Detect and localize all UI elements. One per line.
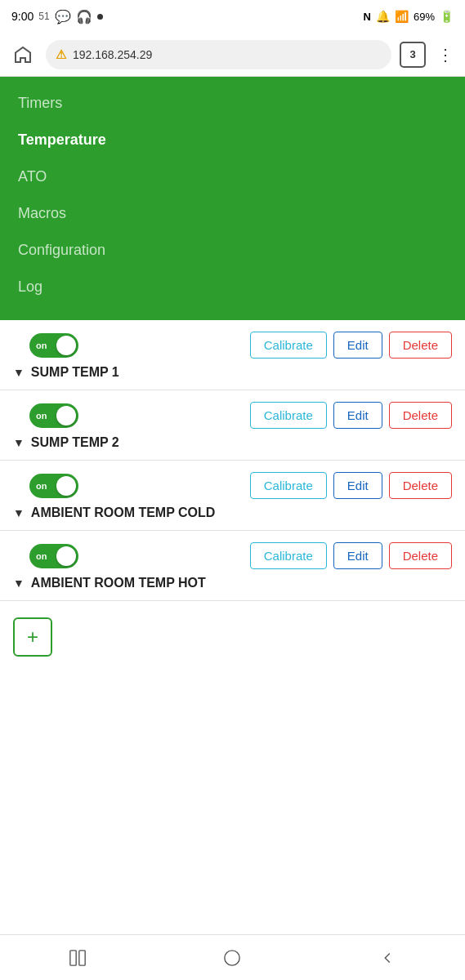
dot-indicator bbox=[97, 14, 103, 20]
warning-icon: ⚠ bbox=[56, 47, 66, 62]
tab-count-button[interactable]: 3 bbox=[400, 42, 426, 68]
nav-recent-apps[interactable] bbox=[53, 942, 102, 974]
toggle-sump-temp-2[interactable]: on bbox=[29, 403, 78, 428]
headset-icon: 🎧 bbox=[76, 9, 92, 24]
temp-row-4: on Calibrate Edit Delete ▼ AMBIENT ROOM … bbox=[0, 531, 465, 601]
delete-button-3[interactable]: Delete bbox=[389, 472, 452, 499]
temp-label-row-2: ▼ SUMP TEMP 2 bbox=[13, 435, 452, 450]
temp-row-2-controls: on Calibrate Edit Delete bbox=[13, 402, 452, 429]
browser-bar: ⚠ 192.168.254.29 3 ⋮ bbox=[0, 33, 465, 77]
toggle-on-label-1: on bbox=[36, 341, 47, 350]
delete-button-1[interactable]: Delete bbox=[389, 332, 452, 359]
spacer bbox=[0, 804, 465, 934]
temp-name-3: AMBIENT ROOM TEMP COLD bbox=[31, 506, 215, 520]
calibrate-button-3[interactable]: Calibrate bbox=[250, 472, 327, 499]
delete-button-2[interactable]: Delete bbox=[389, 402, 452, 429]
toggle-on-label-3: on bbox=[36, 481, 47, 491]
chevron-icon-4[interactable]: ▼ bbox=[13, 577, 25, 590]
svg-rect-1 bbox=[79, 950, 85, 964]
btn-group-3: Calibrate Edit Delete bbox=[250, 472, 452, 499]
toggle-on-label-4: on bbox=[36, 551, 47, 561]
nav-home[interactable] bbox=[208, 942, 257, 974]
toggle-sump-temp-1[interactable]: on bbox=[29, 333, 78, 358]
btn-group-2: Calibrate Edit Delete bbox=[250, 402, 452, 429]
battery-indicator: 69% bbox=[414, 11, 435, 23]
calibrate-button-1[interactable]: Calibrate bbox=[250, 332, 327, 359]
bottom-nav bbox=[0, 934, 465, 980]
status-bar-right: N 🔔 📶 69% 🔋 bbox=[364, 10, 454, 23]
temp-label-row-3: ▼ AMBIENT ROOM TEMP COLD bbox=[13, 506, 452, 520]
toggle-knob-3 bbox=[56, 476, 76, 496]
svg-rect-0 bbox=[70, 950, 76, 964]
temp-name-2: SUMP TEMP 2 bbox=[31, 435, 119, 450]
edit-button-2[interactable]: Edit bbox=[333, 402, 382, 429]
content-area: on Calibrate Edit Delete ▼ SUMP TEMP 1 o… bbox=[0, 320, 465, 804]
temp-row-3: on Calibrate Edit Delete ▼ AMBIENT ROOM … bbox=[0, 461, 465, 531]
tab-count-label: 3 bbox=[409, 48, 415, 60]
nav-back[interactable] bbox=[363, 942, 412, 974]
chevron-icon-1[interactable]: ▼ bbox=[13, 366, 25, 379]
temp-row-2: on Calibrate Edit Delete ▼ SUMP TEMP 2 bbox=[0, 390, 465, 461]
toggle-on-label-2: on bbox=[36, 411, 47, 421]
temp-row-4-controls: on Calibrate Edit Delete bbox=[13, 542, 452, 569]
btn-group-1: Calibrate Edit Delete bbox=[250, 332, 452, 359]
edit-button-3[interactable]: Edit bbox=[333, 472, 382, 499]
toggle-ambient-hot[interactable]: on bbox=[29, 544, 78, 568]
edit-button-1[interactable]: Edit bbox=[333, 332, 382, 359]
toggle-knob-1 bbox=[56, 336, 76, 355]
temp-label-row-4: ▼ AMBIENT ROOM TEMP HOT bbox=[13, 576, 452, 590]
delete-button-4[interactable]: Delete bbox=[389, 542, 452, 569]
nav-item-macros[interactable]: Macros bbox=[0, 195, 465, 232]
temp-row-3-controls: on Calibrate Edit Delete bbox=[13, 472, 452, 499]
temp-row-1-controls: on Calibrate Edit Delete bbox=[13, 332, 452, 359]
toggle-ambient-cold[interactable]: on bbox=[29, 474, 78, 498]
temp-label-row-1: ▼ SUMP TEMP 1 bbox=[13, 365, 452, 380]
battery-icon: 🔋 bbox=[440, 10, 454, 23]
temp-row-1: on Calibrate Edit Delete ▼ SUMP TEMP 1 bbox=[0, 320, 465, 390]
nav-item-ato[interactable]: ATO bbox=[0, 158, 465, 195]
nav-item-configuration[interactable]: Configuration bbox=[0, 232, 465, 269]
nav-item-temperature[interactable]: Temperature bbox=[0, 122, 465, 158]
more-options-button[interactable]: ⋮ bbox=[434, 42, 457, 68]
url-display: 192.168.254.29 bbox=[73, 48, 152, 61]
recent-apps-icon bbox=[69, 949, 87, 967]
edit-button-4[interactable]: Edit bbox=[333, 542, 382, 569]
home-icon bbox=[13, 45, 33, 65]
chevron-icon-3[interactable]: ▼ bbox=[13, 506, 25, 519]
signal-strength: 51 bbox=[38, 11, 49, 22]
alarm-icon: 🔔 bbox=[376, 10, 390, 23]
nav-item-timers[interactable]: Timers bbox=[0, 85, 465, 122]
time-display: 9:00 bbox=[11, 10, 34, 23]
nav-item-log[interactable]: Log bbox=[0, 269, 465, 305]
svg-point-2 bbox=[225, 950, 239, 964]
address-bar[interactable]: ⚠ 192.168.254.29 bbox=[46, 40, 391, 69]
toggle-knob-4 bbox=[56, 546, 76, 566]
calibrate-button-2[interactable]: Calibrate bbox=[250, 402, 327, 429]
status-bar-left: 9:00 51 💬 🎧 bbox=[11, 9, 103, 24]
add-section: + bbox=[0, 601, 465, 673]
nfc-icon: N bbox=[364, 11, 371, 23]
add-temperature-button[interactable]: + bbox=[13, 617, 52, 657]
calibrate-button-4[interactable]: Calibrate bbox=[250, 542, 327, 569]
wifi-icon: 📶 bbox=[395, 10, 409, 23]
home-nav-icon bbox=[223, 949, 241, 967]
status-bar: 9:00 51 💬 🎧 N 🔔 📶 69% 🔋 bbox=[0, 0, 465, 33]
chevron-icon-2[interactable]: ▼ bbox=[13, 436, 25, 449]
temp-name-4: AMBIENT ROOM TEMP HOT bbox=[31, 576, 206, 590]
nav-menu: Timers Temperature ATO Macros Configurat… bbox=[0, 77, 465, 320]
toggle-knob-2 bbox=[56, 406, 76, 425]
temp-name-1: SUMP TEMP 1 bbox=[31, 365, 119, 380]
messenger-icon: 💬 bbox=[55, 9, 71, 24]
home-button[interactable] bbox=[8, 40, 38, 69]
btn-group-4: Calibrate Edit Delete bbox=[250, 542, 452, 569]
back-icon bbox=[378, 949, 396, 967]
